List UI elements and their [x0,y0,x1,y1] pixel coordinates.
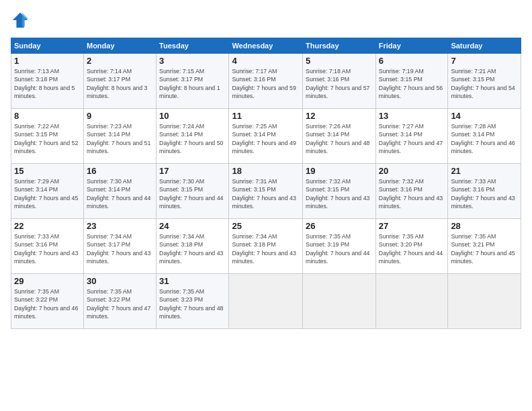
day-number: 18 [232,166,300,176]
day-info: Sunrise: 7:30 AM Sunset: 3:14 PM Dayligh… [87,177,153,210]
day-info: Sunrise: 7:29 AM Sunset: 3:14 PM Dayligh… [14,177,81,210]
header [11,11,521,30]
calendar-cell [229,274,303,329]
calendar-cell: 30Sunrise: 7:35 AM Sunset: 3:22 PM Dayli… [83,274,156,329]
day-number: 19 [306,166,373,176]
day-info: Sunrise: 7:35 AM Sunset: 3:19 PM Dayligh… [306,232,373,265]
day-number: 1 [14,56,81,66]
day-info: Sunrise: 7:34 AM Sunset: 3:18 PM Dayligh… [232,232,300,265]
calendar-cell: 25Sunrise: 7:34 AM Sunset: 3:18 PM Dayli… [229,219,303,274]
calendar-cell: 3Sunrise: 7:15 AM Sunset: 3:17 PM Daylig… [157,54,229,109]
calendar-cell [448,274,521,329]
day-info: Sunrise: 7:35 AM Sunset: 3:23 PM Dayligh… [159,287,226,320]
calendar-cell: 4Sunrise: 7:17 AM Sunset: 3:16 PM Daylig… [229,54,303,109]
calendar-cell: 24Sunrise: 7:34 AM Sunset: 3:18 PM Dayli… [157,219,229,274]
day-number: 7 [451,56,518,66]
logo-icon [11,11,30,30]
day-number: 14 [451,111,518,121]
day-info: Sunrise: 7:34 AM Sunset: 3:17 PM Dayligh… [87,232,153,265]
day-info: Sunrise: 7:26 AM Sunset: 3:14 PM Dayligh… [306,122,373,155]
day-number: 10 [159,111,226,121]
day-info: Sunrise: 7:25 AM Sunset: 3:14 PM Dayligh… [232,122,300,155]
day-info: Sunrise: 7:30 AM Sunset: 3:15 PM Dayligh… [159,177,226,210]
day-info: Sunrise: 7:35 AM Sunset: 3:21 PM Dayligh… [451,232,518,265]
svg-marker-0 [13,13,28,28]
calendar-cell [303,274,376,329]
day-info: Sunrise: 7:13 AM Sunset: 3:18 PM Dayligh… [14,67,81,100]
calendar-cell: 23Sunrise: 7:34 AM Sunset: 3:17 PM Dayli… [83,219,156,274]
calendar-body: 1Sunrise: 7:13 AM Sunset: 3:18 PM Daylig… [11,54,521,329]
calendar-cell: 16Sunrise: 7:30 AM Sunset: 3:14 PM Dayli… [83,164,156,219]
day-info: Sunrise: 7:31 AM Sunset: 3:15 PM Dayligh… [232,177,300,210]
calendar-cell: 6Sunrise: 7:19 AM Sunset: 3:15 PM Daylig… [375,54,448,109]
day-number: 9 [87,111,153,121]
calendar-cell: 9Sunrise: 7:23 AM Sunset: 3:14 PM Daylig… [83,109,156,164]
calendar-cell: 19Sunrise: 7:32 AM Sunset: 3:15 PM Dayli… [303,164,376,219]
calendar-cell: 14Sunrise: 7:28 AM Sunset: 3:14 PM Dayli… [448,109,521,164]
day-number: 21 [451,166,518,176]
day-number: 27 [379,221,445,231]
calendar-cell: 29Sunrise: 7:35 AM Sunset: 3:22 PM Dayli… [11,274,84,329]
calendar-week-row: 22Sunrise: 7:33 AM Sunset: 3:16 PM Dayli… [11,219,521,274]
day-number: 8 [14,111,81,121]
calendar-cell: 28Sunrise: 7:35 AM Sunset: 3:21 PM Dayli… [448,219,521,274]
day-info: Sunrise: 7:27 AM Sunset: 3:14 PM Dayligh… [379,122,445,155]
day-number: 16 [87,166,153,176]
day-number: 28 [451,221,518,231]
day-number: 3 [159,56,226,66]
calendar-cell: 26Sunrise: 7:35 AM Sunset: 3:19 PM Dayli… [303,219,376,274]
day-info: Sunrise: 7:18 AM Sunset: 3:16 PM Dayligh… [306,67,373,100]
calendar-cell: 18Sunrise: 7:31 AM Sunset: 3:15 PM Dayli… [229,164,303,219]
day-number: 4 [232,56,300,66]
day-info: Sunrise: 7:33 AM Sunset: 3:16 PM Dayligh… [14,232,81,265]
day-info: Sunrise: 7:32 AM Sunset: 3:16 PM Dayligh… [379,177,445,210]
day-info: Sunrise: 7:33 AM Sunset: 3:16 PM Dayligh… [451,177,518,210]
day-info: Sunrise: 7:24 AM Sunset: 3:14 PM Dayligh… [159,122,226,155]
calendar-cell: 22Sunrise: 7:33 AM Sunset: 3:16 PM Dayli… [11,219,84,274]
calendar-cell: 21Sunrise: 7:33 AM Sunset: 3:16 PM Dayli… [448,164,521,219]
day-info: Sunrise: 7:14 AM Sunset: 3:17 PM Dayligh… [87,67,153,100]
calendar-cell: 31Sunrise: 7:35 AM Sunset: 3:23 PM Dayli… [157,274,229,329]
calendar-cell: 20Sunrise: 7:32 AM Sunset: 3:16 PM Dayli… [375,164,448,219]
day-info: Sunrise: 7:22 AM Sunset: 3:15 PM Dayligh… [14,122,81,155]
day-info: Sunrise: 7:34 AM Sunset: 3:18 PM Dayligh… [159,232,226,265]
calendar-cell: 17Sunrise: 7:30 AM Sunset: 3:15 PM Dayli… [157,164,229,219]
day-number: 22 [14,221,81,231]
calendar-cell: 15Sunrise: 7:29 AM Sunset: 3:14 PM Dayli… [11,164,84,219]
weekday-header: Monday [83,38,156,54]
day-number: 5 [306,56,373,66]
day-info: Sunrise: 7:28 AM Sunset: 3:14 PM Dayligh… [451,122,518,155]
day-info: Sunrise: 7:15 AM Sunset: 3:17 PM Dayligh… [159,67,226,100]
calendar-cell: 5Sunrise: 7:18 AM Sunset: 3:16 PM Daylig… [303,54,376,109]
weekday-header: Tuesday [157,38,229,54]
calendar-cell: 1Sunrise: 7:13 AM Sunset: 3:18 PM Daylig… [11,54,84,109]
day-number: 17 [159,166,226,176]
day-number: 6 [379,56,445,66]
day-info: Sunrise: 7:17 AM Sunset: 3:16 PM Dayligh… [232,67,300,100]
calendar-cell: 10Sunrise: 7:24 AM Sunset: 3:14 PM Dayli… [157,109,229,164]
calendar-header-row: SundayMondayTuesdayWednesdayThursdayFrid… [11,38,521,54]
weekday-header: Sunday [11,38,84,54]
calendar-week-row: 15Sunrise: 7:29 AM Sunset: 3:14 PM Dayli… [11,164,521,219]
calendar-cell: 12Sunrise: 7:26 AM Sunset: 3:14 PM Dayli… [303,109,376,164]
day-number: 23 [87,221,153,231]
day-number: 13 [379,111,445,121]
day-number: 12 [306,111,373,121]
day-info: Sunrise: 7:35 AM Sunset: 3:22 PM Dayligh… [14,287,81,320]
calendar-cell [375,274,448,329]
day-number: 26 [306,221,373,231]
day-number: 11 [232,111,300,121]
day-info: Sunrise: 7:35 AM Sunset: 3:22 PM Dayligh… [87,287,153,320]
day-info: Sunrise: 7:35 AM Sunset: 3:20 PM Dayligh… [379,232,445,265]
weekday-header: Wednesday [229,38,303,54]
calendar-cell: 8Sunrise: 7:22 AM Sunset: 3:15 PM Daylig… [11,109,84,164]
page: SundayMondayTuesdayWednesdayThursdayFrid… [0,0,532,411]
day-number: 15 [14,166,81,176]
day-info: Sunrise: 7:23 AM Sunset: 3:14 PM Dayligh… [87,122,153,155]
day-info: Sunrise: 7:32 AM Sunset: 3:15 PM Dayligh… [306,177,373,210]
calendar-cell: 11Sunrise: 7:25 AM Sunset: 3:14 PM Dayli… [229,109,303,164]
calendar-cell: 27Sunrise: 7:35 AM Sunset: 3:20 PM Dayli… [375,219,448,274]
calendar-cell: 2Sunrise: 7:14 AM Sunset: 3:17 PM Daylig… [83,54,156,109]
calendar-cell: 7Sunrise: 7:21 AM Sunset: 3:15 PM Daylig… [448,54,521,109]
day-info: Sunrise: 7:21 AM Sunset: 3:15 PM Dayligh… [451,67,518,100]
